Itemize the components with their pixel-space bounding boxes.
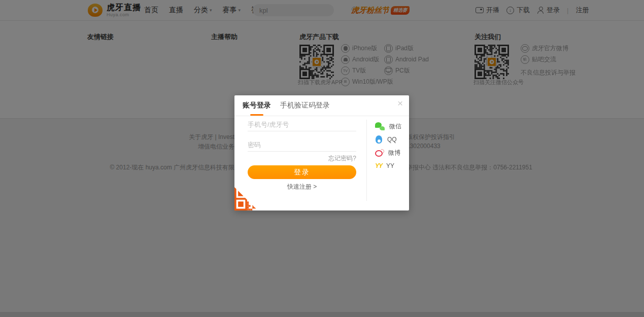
phone-field-wrap [248,118,356,131]
social-login-item[interactable]: QQ [375,133,401,146]
password-input[interactable] [248,138,356,151]
qq-icon [375,135,383,144]
login-tabs: 账号登录 手机验证码登录 [234,95,409,116]
weibo-red-icon [375,149,384,157]
quick-register-link[interactable]: 快速注册 > [248,183,356,191]
login-submit-button[interactable]: 登录 [248,165,356,179]
modal-divider [366,120,367,201]
social-login-list: 微信 QQ 微博 YY YY [375,120,401,172]
social-login-item[interactable]: 微博 [375,146,401,159]
close-icon[interactable]: × [397,98,403,108]
social-login-item[interactable]: 微信 [375,120,401,133]
password-field-wrap [248,138,356,152]
login-tab[interactable]: 账号登录 [243,101,271,116]
login-tab[interactable]: 手机验证码登录 [280,101,330,116]
phone-input[interactable] [248,118,356,131]
login-modal: 账号登录 手机验证码登录 × 忘记密码? 登录 快速注册 > 微信 QQ 微博 … [234,95,409,210]
wechat-icon [375,122,385,131]
social-login-item[interactable]: YY YY [375,159,401,172]
yy-icon: YY [375,162,382,169]
forgot-password-link[interactable]: 忘记密码? [248,154,356,163]
